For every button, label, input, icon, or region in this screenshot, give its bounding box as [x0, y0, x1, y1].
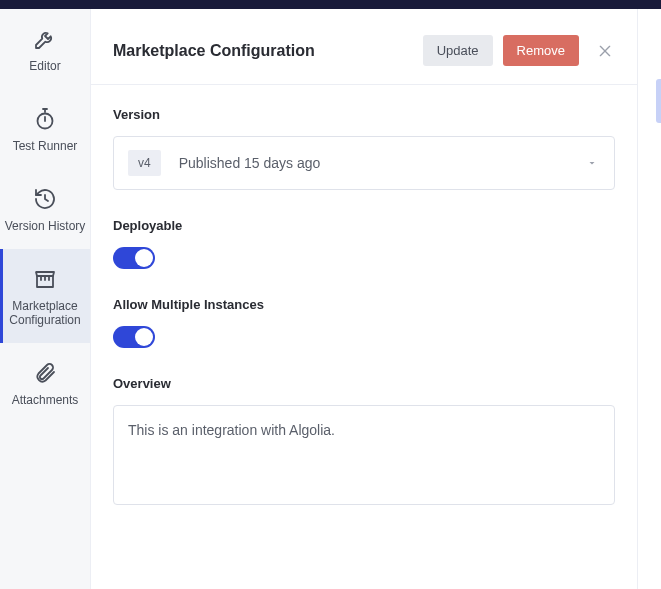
sidebar-item-marketplace-configuration[interactable]: Marketplace Configuration — [0, 249, 90, 343]
sidebar-item-label: Attachments — [12, 393, 79, 407]
page-title: Marketplace Configuration — [113, 42, 315, 60]
history-icon — [33, 187, 57, 211]
close-icon — [597, 43, 613, 59]
chevron-down-icon — [586, 157, 598, 169]
version-select[interactable]: v4 Published 15 days ago — [113, 136, 615, 190]
sidebar-item-version-history[interactable]: Version History — [0, 169, 90, 249]
overview-textarea[interactable]: This is an integration with Algolia. — [113, 405, 615, 505]
update-button[interactable]: Update — [423, 35, 493, 66]
sidebar-item-label: Version History — [5, 219, 86, 233]
deployable-toggle[interactable] — [113, 247, 155, 269]
deployable-field: Deployable — [113, 218, 615, 269]
deployable-label: Deployable — [113, 218, 615, 233]
right-gutter — [637, 9, 661, 589]
close-button[interactable] — [595, 41, 615, 61]
sidebar-item-attachments[interactable]: Attachments — [0, 343, 90, 423]
version-status-text: Published 15 days ago — [179, 155, 321, 171]
overview-text: This is an integration with Algolia. — [128, 422, 335, 438]
sidebar-item-label: Test Runner — [13, 139, 78, 153]
app-topbar — [0, 0, 661, 9]
remove-button[interactable]: Remove — [503, 35, 579, 66]
toggle-knob — [135, 328, 153, 346]
wrench-icon — [33, 27, 57, 51]
stopwatch-icon — [33, 107, 57, 131]
allow-multiple-label: Allow Multiple Instances — [113, 297, 615, 312]
sidebar: Editor Test Runner Version History — [0, 9, 91, 589]
main-content: Marketplace Configuration Update Remove … — [91, 9, 637, 589]
storefront-icon — [33, 267, 57, 291]
overview-field: Overview This is an integration with Alg… — [113, 376, 615, 505]
allow-multiple-field: Allow Multiple Instances — [113, 297, 615, 348]
app-layout: Editor Test Runner Version History — [0, 9, 661, 589]
sidebar-item-label: Marketplace Configuration — [4, 299, 86, 327]
overview-label: Overview — [113, 376, 615, 391]
panel-header: Marketplace Configuration Update Remove — [91, 9, 637, 85]
allow-multiple-toggle[interactable] — [113, 326, 155, 348]
sidebar-item-label: Editor — [29, 59, 60, 73]
version-field: Version v4 Published 15 days ago — [113, 107, 615, 190]
sidebar-item-editor[interactable]: Editor — [0, 9, 90, 89]
panel-body: Version v4 Published 15 days ago Deploya… — [91, 85, 637, 535]
paperclip-icon — [33, 361, 57, 385]
version-label: Version — [113, 107, 615, 122]
version-badge: v4 — [128, 150, 161, 176]
right-drawer-handle[interactable] — [656, 79, 661, 123]
header-actions: Update Remove — [423, 35, 615, 66]
sidebar-item-test-runner[interactable]: Test Runner — [0, 89, 90, 169]
toggle-knob — [135, 249, 153, 267]
